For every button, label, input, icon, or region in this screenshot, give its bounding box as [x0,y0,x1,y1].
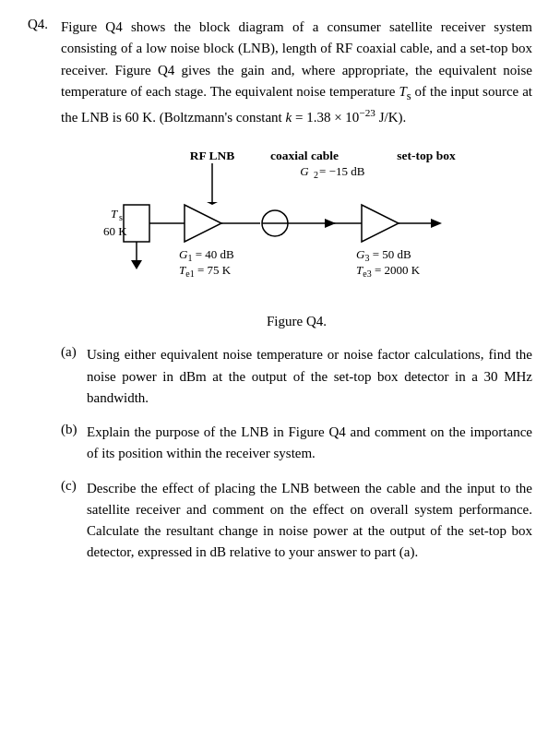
svg-text:RF LNB: RF LNB [189,149,234,162]
sub-label-a: (a) [61,344,87,409]
svg-marker-21 [362,205,399,242]
sub-label-b: (b) [61,422,87,465]
sub-content-b: Explain the purpose of the LNB in Figure… [87,422,532,465]
sub-content-c: Describe the effect of placing the LNB b… [87,478,532,564]
svg-text:= −15 dB: = −15 dB [319,164,365,178]
svg-text:G: G [300,164,309,178]
diagram-area: RF LNB coaxial cable set-top box G 2 = −… [61,145,532,306]
svg-marker-27 [207,202,218,205]
svg-marker-23 [431,219,442,228]
svg-marker-13 [185,205,221,242]
sub-question-c: (c) Describe the effect of placing the L… [61,478,532,564]
svg-text:60 K: 60 K [103,224,127,238]
sub-content-a: Using either equivalent noise temperatur… [87,344,532,409]
sub-question-b: (b) Explain the purpose of the LNB in Fi… [61,422,532,465]
svg-text:s: s [119,212,123,222]
block-diagram: RF LNB coaxial cable set-top box G 2 = −… [76,145,518,306]
svg-text:2: 2 [314,170,318,180]
question-content: Figure Q4 shows the block diagram of a c… [61,17,532,564]
sub-label-c: (c) [61,478,87,564]
question-block: Q4. Figure Q4 shows the block diagram of… [28,17,532,564]
svg-text:Te3 = 2000 K: Te3 = 2000 K [356,263,421,279]
question-label: Q4. [28,17,61,564]
sub-question-a: (a) Using either equivalent noise temper… [61,344,532,409]
svg-text:coaxial cable: coaxial cable [270,149,339,162]
question-text: Figure Q4 shows the block diagram of a c… [61,17,532,128]
svg-marker-20 [325,219,336,228]
svg-text:G1 = 40 dB: G1 = 40 dB [179,247,234,263]
svg-rect-6 [124,205,149,242]
svg-text:G3 = 50 dB: G3 = 50 dB [356,247,411,263]
svg-text:T: T [111,207,118,221]
svg-text:Te1 = 75 K: Te1 = 75 K [179,263,232,279]
diagram-caption: Figure Q4. [61,314,532,329]
svg-text:set-top box: set-top box [397,149,456,162]
svg-marker-11 [131,260,142,269]
